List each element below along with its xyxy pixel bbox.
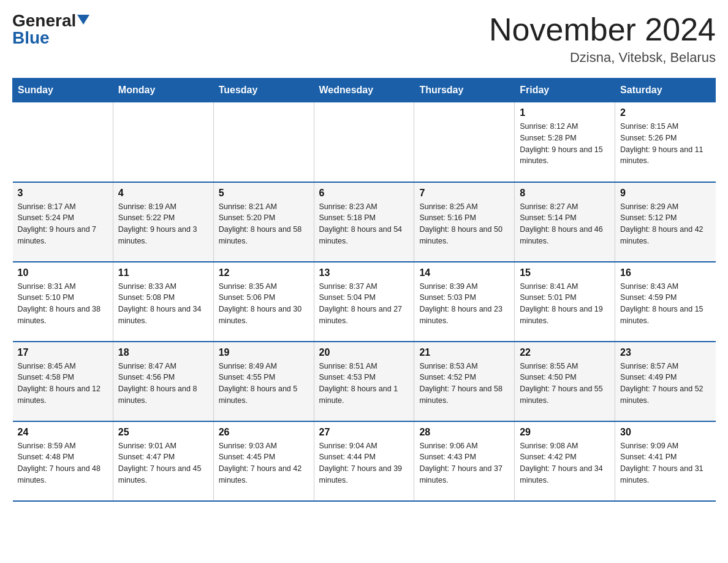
day-number: 10 [18,267,108,278]
day-cell: 8Sunrise: 8:27 AMSunset: 5:14 PMDaylight… [515,182,615,262]
day-info: Sunrise: 8:59 AMSunset: 4:48 PMDaylight:… [18,440,108,486]
day-cell: 4Sunrise: 8:19 AMSunset: 5:22 PMDaylight… [113,182,213,262]
day-info: Sunrise: 8:47 AMSunset: 4:56 PMDaylight:… [118,361,208,407]
logo: General Blue [12,12,89,47]
day-info: Sunrise: 8:35 AMSunset: 5:06 PMDaylight:… [219,281,309,327]
day-cell: 30Sunrise: 9:09 AMSunset: 4:41 PMDayligh… [615,421,716,501]
day-info: Sunrise: 9:09 AMSunset: 4:41 PMDaylight:… [620,440,710,486]
day-number: 1 [520,107,610,118]
day-number: 19 [219,347,309,358]
month-title: November 2024 [489,12,716,47]
day-number: 21 [419,347,509,358]
header-cell-monday: Monday [113,79,213,102]
day-number: 12 [219,267,309,278]
day-info: Sunrise: 8:25 AMSunset: 5:16 PMDaylight:… [419,201,509,247]
day-number: 9 [620,188,710,199]
location-text: Dzisna, Vitebsk, Belarus [489,50,716,66]
day-cell: 2Sunrise: 8:15 AMSunset: 5:26 PMDaylight… [615,102,716,182]
day-number: 14 [419,267,509,278]
day-cell: 3Sunrise: 8:17 AMSunset: 5:24 PMDaylight… [13,182,113,262]
week-row-1: 1Sunrise: 8:12 AMSunset: 5:28 PMDaylight… [13,102,716,182]
day-number: 23 [620,347,710,358]
day-info: Sunrise: 8:51 AMSunset: 4:53 PMDaylight:… [319,361,409,407]
header-cell-thursday: Thursday [414,79,515,102]
day-info: Sunrise: 8:37 AMSunset: 5:04 PMDaylight:… [319,281,409,327]
week-row-2: 3Sunrise: 8:17 AMSunset: 5:24 PMDaylight… [13,182,716,262]
day-cell [414,102,515,182]
day-cell: 14Sunrise: 8:39 AMSunset: 5:03 PMDayligh… [414,262,515,342]
day-number: 25 [118,427,208,438]
calendar-body: 1Sunrise: 8:12 AMSunset: 5:28 PMDaylight… [13,102,716,501]
day-info: Sunrise: 8:55 AMSunset: 4:50 PMDaylight:… [520,361,610,407]
header-cell-wednesday: Wednesday [314,79,414,102]
calendar-header: SundayMondayTuesdayWednesdayThursdayFrid… [13,79,716,102]
day-cell: 10Sunrise: 8:31 AMSunset: 5:10 PMDayligh… [13,262,113,342]
day-cell: 21Sunrise: 8:53 AMSunset: 4:52 PMDayligh… [414,342,515,421]
page-header: General Blue November 2024 Dzisna, Viteb… [12,12,716,66]
day-cell: 24Sunrise: 8:59 AMSunset: 4:48 PMDayligh… [13,421,113,501]
day-info: Sunrise: 8:41 AMSunset: 5:01 PMDaylight:… [520,281,610,327]
day-cell: 17Sunrise: 8:45 AMSunset: 4:58 PMDayligh… [13,342,113,421]
day-info: Sunrise: 9:01 AMSunset: 4:47 PMDaylight:… [118,440,208,486]
day-cell: 13Sunrise: 8:37 AMSunset: 5:04 PMDayligh… [314,262,414,342]
day-cell: 29Sunrise: 9:08 AMSunset: 4:42 PMDayligh… [515,421,615,501]
day-number: 30 [620,427,710,438]
week-row-4: 17Sunrise: 8:45 AMSunset: 4:58 PMDayligh… [13,342,716,421]
day-number: 22 [520,347,610,358]
day-cell: 16Sunrise: 8:43 AMSunset: 4:59 PMDayligh… [615,262,716,342]
header-cell-sunday: Sunday [13,79,113,102]
day-number: 20 [319,347,409,358]
day-number: 8 [520,188,610,199]
day-info: Sunrise: 8:57 AMSunset: 4:49 PMDaylight:… [620,361,710,407]
day-number: 13 [319,267,409,278]
day-info: Sunrise: 8:12 AMSunset: 5:28 PMDaylight:… [520,121,610,167]
day-cell [113,102,213,182]
day-number: 15 [520,267,610,278]
header-cell-tuesday: Tuesday [213,79,314,102]
day-cell: 7Sunrise: 8:25 AMSunset: 5:16 PMDaylight… [414,182,515,262]
day-info: Sunrise: 8:21 AMSunset: 5:20 PMDaylight:… [219,201,309,247]
day-number: 11 [118,267,208,278]
day-cell: 18Sunrise: 8:47 AMSunset: 4:56 PMDayligh… [113,342,213,421]
day-number: 24 [18,427,108,438]
day-cell: 12Sunrise: 8:35 AMSunset: 5:06 PMDayligh… [213,262,314,342]
day-cell [314,102,414,182]
day-cell: 11Sunrise: 8:33 AMSunset: 5:08 PMDayligh… [113,262,213,342]
day-cell: 27Sunrise: 9:04 AMSunset: 4:44 PMDayligh… [314,421,414,501]
day-number: 7 [419,188,509,199]
logo-triangle-icon [77,15,89,25]
day-number: 18 [118,347,208,358]
week-row-3: 10Sunrise: 8:31 AMSunset: 5:10 PMDayligh… [13,262,716,342]
logo-blue-text: Blue [12,29,50,47]
day-info: Sunrise: 8:23 AMSunset: 5:18 PMDaylight:… [319,201,409,247]
day-number: 3 [18,188,108,199]
day-info: Sunrise: 8:53 AMSunset: 4:52 PMDaylight:… [419,361,509,407]
day-cell [13,102,113,182]
calendar-table: SundayMondayTuesdayWednesdayThursdayFrid… [12,78,716,502]
day-number: 17 [18,347,108,358]
day-cell: 15Sunrise: 8:41 AMSunset: 5:01 PMDayligh… [515,262,615,342]
day-number: 2 [620,107,710,118]
day-cell: 23Sunrise: 8:57 AMSunset: 4:49 PMDayligh… [615,342,716,421]
day-info: Sunrise: 8:31 AMSunset: 5:10 PMDaylight:… [18,281,108,327]
day-cell: 26Sunrise: 9:03 AMSunset: 4:45 PMDayligh… [213,421,314,501]
day-cell: 9Sunrise: 8:29 AMSunset: 5:12 PMDaylight… [615,182,716,262]
day-info: Sunrise: 9:03 AMSunset: 4:45 PMDaylight:… [219,440,309,486]
title-block: November 2024 Dzisna, Vitebsk, Belarus [489,12,716,66]
day-info: Sunrise: 8:17 AMSunset: 5:24 PMDaylight:… [18,201,108,247]
day-cell: 25Sunrise: 9:01 AMSunset: 4:47 PMDayligh… [113,421,213,501]
day-info: Sunrise: 8:39 AMSunset: 5:03 PMDaylight:… [419,281,509,327]
day-info: Sunrise: 9:06 AMSunset: 4:43 PMDaylight:… [419,440,509,486]
day-info: Sunrise: 8:15 AMSunset: 5:26 PMDaylight:… [620,121,710,167]
day-info: Sunrise: 8:43 AMSunset: 4:59 PMDaylight:… [620,281,710,327]
header-row: SundayMondayTuesdayWednesdayThursdayFrid… [13,79,716,102]
day-number: 16 [620,267,710,278]
day-number: 28 [419,427,509,438]
day-number: 6 [319,188,409,199]
day-cell: 5Sunrise: 8:21 AMSunset: 5:20 PMDaylight… [213,182,314,262]
day-number: 27 [319,427,409,438]
day-info: Sunrise: 8:33 AMSunset: 5:08 PMDaylight:… [118,281,208,327]
day-info: Sunrise: 9:08 AMSunset: 4:42 PMDaylight:… [520,440,610,486]
header-cell-saturday: Saturday [615,79,716,102]
logo-general-text: General [12,12,76,29]
